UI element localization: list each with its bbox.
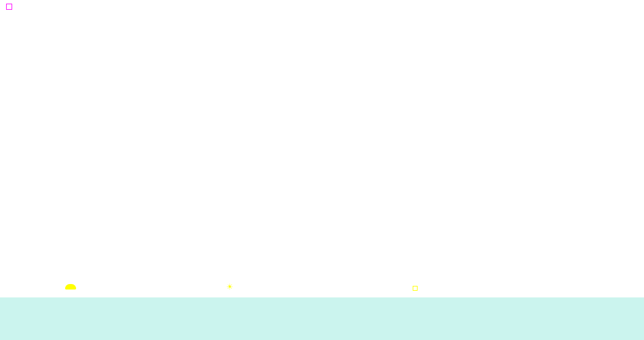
sunrise-sun-icon: ☀ — [226, 282, 234, 291]
sunset-square-icon — [413, 286, 418, 291]
weather-plot — [0, 0, 644, 297]
weather-day-chart-page: ☀ — [0, 0, 644, 340]
stats-table — [0, 297, 644, 340]
daylight-sun-icon — [65, 284, 76, 290]
